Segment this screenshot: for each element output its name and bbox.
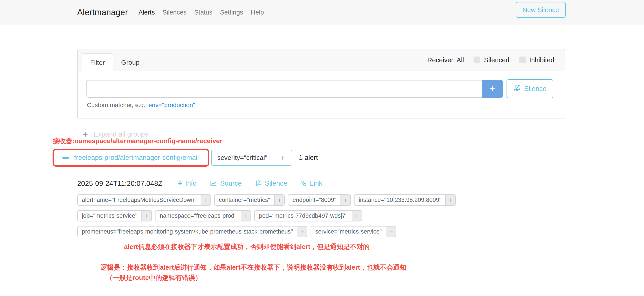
info-label: Info xyxy=(185,180,197,187)
label-row: alertname="FreeleapsMetricsServiceDown" … xyxy=(77,194,456,206)
label-text[interactable]: pod="metrics-77d9cdb497-wdsj7" xyxy=(254,210,352,222)
matcher-hint-text: Custom matcher, e.g. xyxy=(87,102,146,109)
label-chip: alertname="FreeleapsMetricsServiceDown" … xyxy=(77,194,211,206)
nav-item-help[interactable]: Help xyxy=(251,9,264,16)
nav-item-status[interactable]: Status xyxy=(194,9,212,16)
label-chip: job="metrics-service" + xyxy=(77,210,152,222)
label-chip: namespace="freeleaps-prod" + xyxy=(155,210,251,222)
tab-group[interactable]: Group xyxy=(113,54,148,72)
silenced-checkbox[interactable] xyxy=(474,56,480,63)
alert-timestamp: 2025-09-24T11:20:07.048Z xyxy=(77,180,178,188)
receiver-highlight-box: freeleaps-prod/alertmanager-config/email xyxy=(52,149,210,167)
label-row: job="metrics-service" + namespace="freel… xyxy=(77,210,456,222)
label-chip: pod="metrics-77d9cdb497-wdsj7" + xyxy=(254,210,362,222)
chart-line-icon xyxy=(210,180,217,187)
label-add-button[interactable]: + xyxy=(142,210,152,222)
annotation-receiver-note: 接收器:namespace/altermanager-config-name/r… xyxy=(52,136,222,146)
bell-slash-icon xyxy=(254,180,262,187)
source-label: Source xyxy=(220,180,242,187)
silenced-toggle[interactable]: Silenced xyxy=(474,56,509,64)
label-add-button[interactable]: + xyxy=(340,194,351,206)
group-matcher-label[interactable]: severity="critical" xyxy=(212,150,273,165)
label-chip: endpoint="8009" + xyxy=(288,194,351,206)
label-text[interactable]: namespace="freeleaps-prod" xyxy=(155,210,240,222)
filter-card-header: Filter Group Receiver: All Silenced Inhi… xyxy=(78,49,565,71)
bell-slash-icon xyxy=(513,84,521,94)
matcher-hint: Custom matcher, e.g. env="production" xyxy=(87,102,195,109)
label-chip: service="metrics-service" + xyxy=(310,226,396,237)
new-silence-button[interactable]: New Silence xyxy=(516,2,566,18)
label-text[interactable]: job="metrics-service" xyxy=(77,210,142,222)
source-link[interactable]: Source xyxy=(210,180,242,187)
label-text[interactable]: alertname="FreeleapsMetricsServiceDown" xyxy=(77,194,200,206)
group-matcher-add-button[interactable]: + xyxy=(273,150,292,165)
receiver-group-row: freeleaps-prod/alertmanager-config/email… xyxy=(52,149,318,167)
inhibited-toggle[interactable]: Inhibited xyxy=(519,56,554,64)
info-link[interactable]: + Info xyxy=(178,180,197,187)
label-add-button[interactable]: + xyxy=(352,210,362,222)
label-text[interactable]: endpoint="8009" xyxy=(288,194,340,206)
receiver-all-label[interactable]: Receiver: All xyxy=(427,56,464,64)
alert-count: 1 alert xyxy=(299,154,318,162)
label-add-button[interactable]: + xyxy=(297,226,307,237)
label-chip: container="metrics" + xyxy=(214,194,284,206)
label-row: prometheus="freeleaps-monitoring-system/… xyxy=(77,226,456,237)
add-matcher-button[interactable]: + xyxy=(482,80,503,98)
inhibited-checkbox[interactable] xyxy=(519,56,526,63)
alertmanager-page: Alertmanager Alerts Silences Status Sett… xyxy=(0,0,644,296)
alert-actions-row: 2025-09-24T11:20:07.048Z + Info Source xyxy=(77,178,335,188)
nav-item-silences[interactable]: Silences xyxy=(162,9,187,16)
generator-link[interactable]: Link xyxy=(300,180,322,187)
matcher-hint-example-link[interactable]: env="production" xyxy=(148,102,195,109)
plus-icon: + xyxy=(178,180,182,187)
silence-query-label: Silence xyxy=(524,85,546,93)
inhibited-label: Inhibited xyxy=(530,56,554,64)
silence-query-button[interactable]: Silence xyxy=(506,80,553,98)
silence-alert-label: Silence xyxy=(265,180,287,187)
chain-link-icon xyxy=(300,180,307,187)
nav-item-alerts[interactable]: Alerts xyxy=(138,9,155,16)
silence-alert-link[interactable]: Silence xyxy=(254,180,287,187)
nav-links: Alerts Silences Status Settings Help xyxy=(138,9,264,16)
group-matcher-chip: severity="critical" + xyxy=(211,150,292,166)
alert-labels: alertname="FreeleapsMetricsServiceDown" … xyxy=(77,194,456,242)
label-add-button[interactable]: + xyxy=(446,194,456,206)
top-navbar: Alertmanager Alerts Silences Status Sett… xyxy=(0,0,644,25)
matcher-row: + Silence xyxy=(86,80,553,98)
collapse-minus-icon xyxy=(62,157,69,159)
app-brand[interactable]: Alertmanager xyxy=(77,8,128,17)
label-text[interactable]: service="metrics-service" xyxy=(310,226,386,237)
receiver-group-name: freeleaps-prod/alertmanager-config/email xyxy=(74,154,199,162)
receiver-group-toggle[interactable]: freeleaps-prod/alertmanager-config/email xyxy=(62,154,199,162)
annotation-logic-note-line2: （一般是route中的逻辑有错误） xyxy=(106,273,202,282)
label-text[interactable]: container="metrics" xyxy=(214,194,274,206)
filter-options: Receiver: All Silenced Inhibited xyxy=(427,49,554,70)
label-chip: prometheus="freeleaps-monitoring-system/… xyxy=(77,226,307,237)
label-chip: instance="10.233.98.209:8009" + xyxy=(354,194,456,206)
label-add-button[interactable]: + xyxy=(386,226,396,237)
filter-card: Filter Group Receiver: All Silenced Inhi… xyxy=(77,49,565,119)
label-text[interactable]: prometheus="freeleaps-monitoring-system/… xyxy=(77,226,297,237)
custom-matcher-input[interactable] xyxy=(86,80,482,98)
label-text[interactable]: instance="10.233.98.209:8009" xyxy=(354,194,446,206)
link-label: Link xyxy=(310,180,322,187)
nav-item-settings[interactable]: Settings xyxy=(220,9,243,16)
annotation-alert-note: alert信息必须在接收器下才表示配置成功，否则即使能看到alert，但是通知是… xyxy=(124,242,370,251)
label-add-button[interactable]: + xyxy=(274,194,284,206)
silenced-label: Silenced xyxy=(484,56,509,64)
tab-filter[interactable]: Filter xyxy=(82,54,113,72)
annotation-logic-note-line1: 逻辑是：接收器收到alert后进行通知，如果alert不在接收器下，说明接收器没… xyxy=(100,263,406,272)
label-add-button[interactable]: + xyxy=(240,210,251,222)
label-add-button[interactable]: + xyxy=(200,194,211,206)
